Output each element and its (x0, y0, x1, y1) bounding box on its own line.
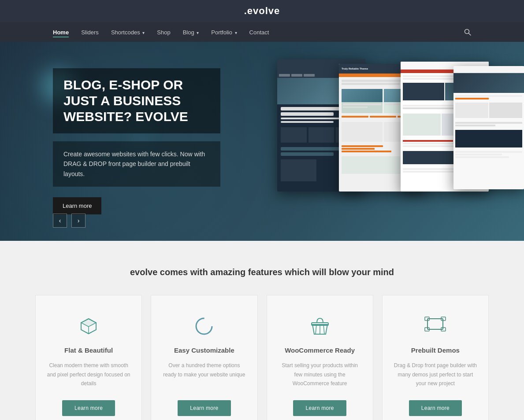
cube-icon (75, 313, 102, 339)
feature-title-woo: WooCommerce Ready (285, 346, 355, 354)
title-main: evolve (247, 5, 280, 16)
nav-item-shortcodes[interactable]: Shortcodes ▾ (111, 28, 145, 36)
svg-line-9 (323, 324, 324, 334)
nav-item-contact[interactable]: Contact (249, 28, 269, 36)
features-section: evolve comes with amazing features which… (0, 241, 524, 420)
slider-next-button[interactable]: › (71, 214, 85, 228)
slider-navigation: ‹ › (53, 214, 85, 228)
feature-card-flat-beautiful: Flat & Beautiful Clean modern theme with… (35, 295, 142, 420)
feature-btn-demos[interactable]: Learn more (409, 400, 462, 416)
svg-point-5 (196, 318, 212, 334)
feature-card-customizable: Easy Customizable Over a hundred theme o… (151, 295, 257, 420)
feature-desc-custom: Over a hundred theme options ready to ma… (162, 361, 246, 388)
feature-desc-demos: Drag & Drop front page builder with many… (393, 361, 478, 388)
hero-title: BLOG, E-SHOP OR JUST A BUSINESS WEBSITE?… (63, 77, 210, 125)
svg-rect-10 (427, 319, 443, 329)
navigation: Home Sliders Shortcodes ▾ Shop Blog ▾ Po… (0, 22, 524, 42)
nav-links: Home Sliders Shortcodes ▾ Shop Blog ▾ Po… (53, 28, 464, 36)
hero-mockups: Truly Reliable Theme (268, 42, 524, 241)
svg-marker-3 (81, 319, 96, 327)
svg-line-7 (316, 324, 316, 334)
nav-item-home[interactable]: Home (53, 28, 69, 36)
nav-item-blog[interactable]: Blog ▾ (183, 28, 199, 36)
hero-desc-box: Create awesome websites with few clicks.… (53, 141, 220, 187)
hero-title-box: BLOG, E-SHOP OR JUST A BUSINESS WEBSITE?… (53, 68, 220, 133)
title-prefix: . (244, 5, 247, 16)
mockup-partial (453, 66, 524, 189)
feature-title-demos: Prebuilt Demos (411, 346, 460, 354)
layout-icon (422, 313, 449, 339)
nav-item-shop[interactable]: Shop (157, 28, 170, 36)
hero-section: BLOG, E-SHOP OR JUST A BUSINESS WEBSITE?… (0, 42, 524, 241)
search-icon[interactable] (464, 29, 471, 36)
slider-prev-button[interactable]: ‹ (53, 214, 67, 228)
site-title: .evolve (244, 5, 280, 17)
feature-title-flat: Flat & Beautiful (64, 346, 113, 354)
feature-title-custom: Easy Customizable (174, 346, 234, 354)
feature-btn-custom[interactable]: Learn more (178, 400, 230, 416)
feature-desc-woo: Start selling your products within few m… (278, 361, 362, 388)
feature-card-woocommerce: WooCommerce Ready Start selling your pro… (267, 295, 373, 420)
feature-desc-flat: Clean modern theme with smooth and pixel… (46, 361, 131, 388)
hero-description: Create awesome websites with few clicks.… (63, 149, 210, 179)
features-tagline: evolve comes with amazing features which… (35, 267, 489, 277)
svg-line-1 (469, 33, 471, 35)
features-grid: Flat & Beautiful Clean modern theme with… (35, 295, 489, 420)
nav-item-portfolio[interactable]: Portfolio ▾ (211, 28, 237, 36)
nav-item-sliders[interactable]: Sliders (81, 28, 99, 36)
hero-content: BLOG, E-SHOP OR JUST A BUSINESS WEBSITE?… (0, 42, 273, 241)
circle-icon (191, 313, 217, 339)
basket-icon (307, 313, 333, 339)
top-bar: .evolve (0, 0, 524, 22)
feature-btn-flat[interactable]: Learn more (62, 400, 115, 416)
hero-cta-button[interactable]: Learn more (53, 197, 101, 214)
feature-card-demos: Prebuilt Demos Drag & Drop front page bu… (382, 295, 489, 420)
feature-btn-woo[interactable]: Learn more (293, 400, 346, 416)
